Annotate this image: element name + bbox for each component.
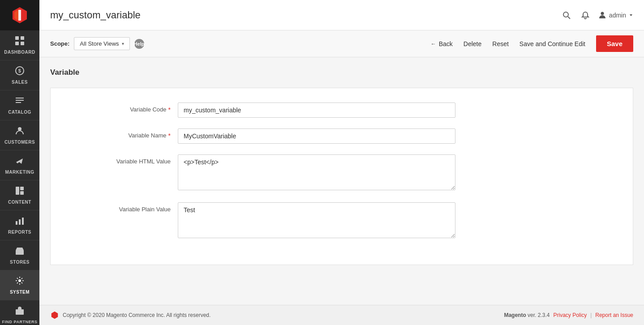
find-partners-icon <box>15 306 25 317</box>
content-icon <box>15 186 25 197</box>
svg-point-26 <box>601 12 604 15</box>
main-area: my_custom_variable admin <box>39 0 644 325</box>
page-title: my_custom_variable <box>50 9 141 21</box>
sidebar-item-marketing[interactable]: MARKETING <box>0 150 39 180</box>
footer-copyright: Copyright © 2020 Magento Commerce Inc. A… <box>63 312 210 318</box>
search-button[interactable] <box>561 9 572 21</box>
variable-code-row: Variable Code * <box>61 103 622 118</box>
sidebar-item-customers[interactable]: CUSTOMERS <box>0 120 39 150</box>
variable-code-label: Variable Code * <box>61 103 178 113</box>
save-label: Save <box>607 40 623 47</box>
marketing-icon <box>15 156 25 167</box>
bell-icon <box>581 11 589 19</box>
toolbar-actions: ← Back Delete Reset Save and Continue Ed… <box>431 35 633 52</box>
svg-rect-14 <box>16 187 19 195</box>
svg-text:$: $ <box>18 68 21 73</box>
sidebar-item-reports[interactable]: REPORTS <box>0 210 39 240</box>
svg-rect-18 <box>19 219 21 225</box>
svg-rect-15 <box>20 187 24 190</box>
variable-html-value-input[interactable]: <p>Test</p> <box>178 154 455 190</box>
variable-plain-value-field: Test <box>178 202 455 239</box>
footer: Copyright © 2020 Magento Commerce Inc. A… <box>39 305 644 325</box>
variable-html-value-field: <p>Test</p> <box>178 154 455 192</box>
sidebar-item-system[interactable]: SYSTEM <box>0 270 39 300</box>
svg-rect-6 <box>15 42 19 45</box>
reset-label: Reset <box>492 40 509 47</box>
delete-button[interactable]: Delete <box>464 38 481 49</box>
admin-username: admin <box>609 12 626 19</box>
notifications-button[interactable] <box>580 9 591 21</box>
sidebar-item-sales[interactable]: $ SALES <box>0 60 39 90</box>
variable-code-field <box>178 103 455 118</box>
chevron-down-icon <box>629 13 633 17</box>
svg-point-22 <box>18 279 21 282</box>
scope-chevron-icon: ▾ <box>122 41 124 46</box>
variable-plain-value-row: Variable Plain Value Test <box>61 202 622 239</box>
sidebar-item-label: MARKETING <box>5 170 34 175</box>
required-star-2: * <box>168 132 171 139</box>
sidebar-item-label: STORES <box>10 260 30 265</box>
variable-name-label: Variable Name * <box>61 128 178 139</box>
sidebar-logo <box>0 0 39 30</box>
magento-logo-icon <box>10 5 30 25</box>
reports-icon <box>15 216 25 227</box>
save-button[interactable]: Save <box>596 35 633 52</box>
svg-rect-3 <box>18 10 21 21</box>
header-actions: admin <box>561 9 633 21</box>
svg-rect-4 <box>15 36 19 40</box>
sidebar-item-label: FIND PARTNERS & EXTENSIONS <box>2 320 38 325</box>
sidebar-item-catalog[interactable]: CATALOG <box>0 90 39 120</box>
svg-line-25 <box>568 17 570 19</box>
report-issue-link[interactable]: Report an Issue <box>595 312 633 318</box>
variable-name-input[interactable] <box>178 128 455 144</box>
svg-point-13 <box>18 127 21 131</box>
variable-html-value-label: Variable HTML Value <box>61 154 178 165</box>
svg-rect-12 <box>16 102 21 103</box>
sidebar-item-label: CATALOG <box>8 110 31 115</box>
sidebar-item-label: CONTENT <box>8 200 31 205</box>
svg-rect-11 <box>16 100 24 101</box>
help-button[interactable]: Help <box>134 39 144 49</box>
privacy-policy-link[interactable]: Privacy Policy <box>553 312 587 318</box>
delete-label: Delete <box>464 40 481 47</box>
svg-rect-16 <box>20 191 24 195</box>
variable-plain-value-input[interactable]: Test <box>178 202 455 238</box>
sidebar-item-find-partners[interactable]: FIND PARTNERS & EXTENSIONS <box>0 300 39 325</box>
help-icon: Help <box>134 41 145 47</box>
catalog-icon <box>15 96 25 107</box>
admin-user-menu[interactable]: admin <box>598 11 633 19</box>
variable-form: Variable Code * Variable Name * <box>50 88 633 265</box>
footer-logo: Copyright © 2020 Magento Commerce Inc. A… <box>50 311 210 320</box>
svg-rect-7 <box>21 42 24 45</box>
back-label: Back <box>439 40 453 47</box>
svg-marker-27 <box>52 312 58 319</box>
save-continue-label: Save and Continue Edit <box>519 40 585 47</box>
svg-rect-10 <box>16 98 24 98</box>
footer-right: Magento ver. 2.3.4 Privacy Policy | Repo… <box>504 312 633 318</box>
sales-icon: $ <box>15 66 25 77</box>
form-section-title: Variable <box>50 68 633 77</box>
svg-rect-21 <box>18 252 21 255</box>
content-area: Variable Variable Code * Variable Name * <box>39 57 644 305</box>
sidebar-item-content[interactable]: CONTENT <box>0 180 39 210</box>
variable-code-input[interactable] <box>178 103 455 118</box>
svg-point-24 <box>563 12 568 17</box>
back-arrow-icon: ← <box>431 41 436 47</box>
reset-button[interactable]: Reset <box>492 38 509 49</box>
variable-name-row: Variable Name * <box>61 128 622 144</box>
stores-icon <box>15 246 25 257</box>
sidebar: DASHBOARD $ SALES CATALOG CUSTOMERS MARK… <box>0 0 39 325</box>
scope-selector[interactable]: All Store Views ▾ <box>74 37 129 50</box>
back-button[interactable]: ← Back <box>431 38 453 49</box>
customers-icon <box>15 126 25 137</box>
save-and-continue-button[interactable]: Save and Continue Edit <box>519 38 585 49</box>
sidebar-item-dashboard[interactable]: DASHBOARD <box>0 30 39 60</box>
variable-name-field <box>178 128 455 144</box>
sidebar-item-stores[interactable]: STORES <box>0 240 39 270</box>
footer-links: Privacy Policy | Report an Issue <box>553 312 633 318</box>
magento-footer-logo-icon <box>50 311 59 320</box>
user-icon <box>598 11 606 19</box>
svg-rect-5 <box>21 36 24 40</box>
svg-rect-23 <box>16 309 24 315</box>
sidebar-item-label: DASHBOARD <box>4 50 35 55</box>
